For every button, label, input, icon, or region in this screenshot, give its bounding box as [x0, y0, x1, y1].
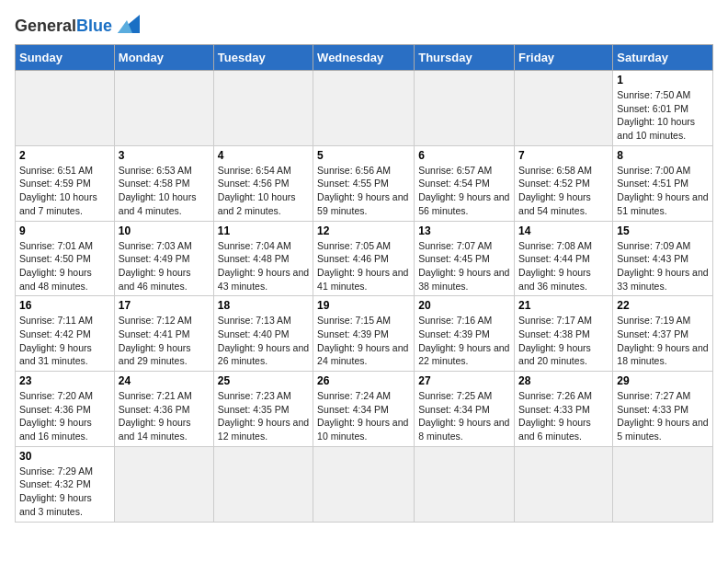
day-info: Sunrise: 7:07 AM Sunset: 4:45 PM Dayligh… [418, 239, 510, 293]
calendar-cell: 28Sunrise: 7:26 AM Sunset: 4:33 PM Dayli… [515, 372, 613, 447]
day-header-saturday: Saturday [613, 45, 713, 71]
calendar-cell: 14Sunrise: 7:08 AM Sunset: 4:44 PM Dayli… [515, 221, 613, 296]
day-number: 13 [418, 224, 510, 237]
day-info: Sunrise: 7:16 AM Sunset: 4:39 PM Dayligh… [418, 314, 510, 368]
day-number: 24 [119, 374, 210, 387]
calendar-cell: 19Sunrise: 7:15 AM Sunset: 4:39 PM Dayli… [313, 296, 415, 372]
calendar-cell: 8Sunrise: 7:00 AM Sunset: 4:51 PM Daylig… [613, 145, 713, 221]
header-row: SundayMondayTuesdayWednesdayThursdayFrid… [16, 45, 713, 71]
week-row: 9Sunrise: 7:01 AM Sunset: 4:50 PM Daylig… [16, 221, 713, 296]
day-number: 8 [617, 149, 709, 162]
calendar-cell [213, 446, 313, 522]
calendar-cell [515, 446, 613, 522]
day-info: Sunrise: 7:29 AM Sunset: 4:32 PM Dayligh… [19, 465, 110, 519]
day-info: Sunrise: 7:01 AM Sunset: 4:50 PM Dayligh… [19, 239, 110, 293]
day-number: 17 [119, 299, 210, 312]
day-info: Sunrise: 6:53 AM Sunset: 4:58 PM Dayligh… [119, 164, 210, 218]
day-number: 5 [317, 149, 410, 162]
day-info: Sunrise: 6:56 AM Sunset: 4:55 PM Dayligh… [317, 164, 410, 218]
day-number: 22 [617, 299, 709, 312]
day-info: Sunrise: 7:09 AM Sunset: 4:43 PM Dayligh… [617, 239, 709, 293]
day-number: 30 [19, 450, 110, 463]
day-header-wednesday: Wednesday [313, 45, 415, 71]
day-number: 28 [518, 374, 609, 387]
day-number: 2 [19, 149, 110, 162]
week-row: 16Sunrise: 7:11 AM Sunset: 4:42 PM Dayli… [16, 296, 713, 372]
calendar-cell [415, 71, 515, 146]
day-header-thursday: Thursday [415, 45, 515, 71]
day-info: Sunrise: 7:00 AM Sunset: 4:51 PM Dayligh… [617, 164, 709, 218]
day-number: 4 [218, 149, 309, 162]
day-info: Sunrise: 7:50 AM Sunset: 6:01 PM Dayligh… [617, 88, 709, 143]
calendar-cell [613, 446, 713, 522]
day-number: 9 [19, 224, 110, 237]
calendar-cell: 24Sunrise: 7:21 AM Sunset: 4:36 PM Dayli… [114, 372, 213, 447]
calendar-cell: 18Sunrise: 7:13 AM Sunset: 4:40 PM Dayli… [213, 296, 313, 372]
day-number: 3 [119, 149, 210, 162]
day-info: Sunrise: 7:13 AM Sunset: 4:40 PM Dayligh… [218, 314, 309, 368]
week-row: 1Sunrise: 7:50 AM Sunset: 6:01 PM Daylig… [16, 71, 713, 146]
day-number: 1 [617, 74, 709, 86]
calendar-cell: 13Sunrise: 7:07 AM Sunset: 4:45 PM Dayli… [415, 221, 515, 296]
day-number: 21 [518, 299, 609, 312]
day-info: Sunrise: 7:08 AM Sunset: 4:44 PM Dayligh… [518, 239, 609, 293]
day-number: 23 [19, 374, 110, 387]
calendar-cell: 21Sunrise: 7:17 AM Sunset: 4:38 PM Dayli… [515, 296, 613, 372]
day-number: 18 [218, 299, 309, 312]
calendar-cell: 26Sunrise: 7:24 AM Sunset: 4:34 PM Dayli… [313, 372, 415, 447]
calendar-cell [114, 446, 213, 522]
day-header-sunday: Sunday [16, 45, 115, 71]
calendar-cell: 15Sunrise: 7:09 AM Sunset: 4:43 PM Dayli… [613, 221, 713, 296]
day-info: Sunrise: 7:21 AM Sunset: 4:36 PM Dayligh… [119, 389, 210, 443]
week-row: 2Sunrise: 6:51 AM Sunset: 4:59 PM Daylig… [16, 145, 713, 221]
day-header-monday: Monday [114, 45, 213, 71]
calendar-cell: 29Sunrise: 7:27 AM Sunset: 4:33 PM Dayli… [613, 372, 713, 447]
day-number: 26 [317, 374, 410, 387]
calendar-cell: 25Sunrise: 7:23 AM Sunset: 4:35 PM Dayli… [213, 372, 313, 447]
day-info: Sunrise: 7:24 AM Sunset: 4:34 PM Dayligh… [317, 389, 410, 443]
calendar-cell [515, 71, 613, 146]
calendar-cell [415, 446, 515, 522]
logo-icon [114, 11, 140, 37]
week-row: 23Sunrise: 7:20 AM Sunset: 4:36 PM Dayli… [16, 372, 713, 447]
calendar-cell: 12Sunrise: 7:05 AM Sunset: 4:46 PM Dayli… [313, 221, 415, 296]
calendar-cell: 23Sunrise: 7:20 AM Sunset: 4:36 PM Dayli… [16, 372, 115, 447]
calendar-cell: 7Sunrise: 6:58 AM Sunset: 4:52 PM Daylig… [515, 145, 613, 221]
day-number: 10 [119, 224, 210, 237]
day-info: Sunrise: 6:58 AM Sunset: 4:52 PM Dayligh… [518, 164, 609, 218]
day-number: 29 [617, 374, 709, 387]
calendar-cell: 17Sunrise: 7:12 AM Sunset: 4:41 PM Dayli… [114, 296, 213, 372]
day-number: 12 [317, 224, 410, 237]
calendar-cell: 4Sunrise: 6:54 AM Sunset: 4:56 PM Daylig… [213, 145, 313, 221]
calendar-cell: 27Sunrise: 7:25 AM Sunset: 4:34 PM Dayli… [415, 372, 515, 447]
calendar-cell: 10Sunrise: 7:03 AM Sunset: 4:49 PM Dayli… [114, 221, 213, 296]
calendar-cell: 5Sunrise: 6:56 AM Sunset: 4:55 PM Daylig… [313, 145, 415, 221]
calendar-cell: 9Sunrise: 7:01 AM Sunset: 4:50 PM Daylig… [16, 221, 115, 296]
day-number: 19 [317, 299, 410, 312]
calendar-cell [16, 71, 115, 146]
day-number: 6 [418, 149, 510, 162]
calendar-cell [313, 446, 415, 522]
calendar-cell [114, 71, 213, 146]
day-info: Sunrise: 7:03 AM Sunset: 4:49 PM Dayligh… [119, 239, 210, 293]
calendar-cell: 20Sunrise: 7:16 AM Sunset: 4:39 PM Dayli… [415, 296, 515, 372]
calendar-cell: 30Sunrise: 7:29 AM Sunset: 4:32 PM Dayli… [16, 446, 115, 522]
day-info: Sunrise: 7:12 AM Sunset: 4:41 PM Dayligh… [119, 314, 210, 368]
calendar-cell [213, 71, 313, 146]
calendar-cell: 3Sunrise: 6:53 AM Sunset: 4:58 PM Daylig… [114, 145, 213, 221]
day-info: Sunrise: 7:11 AM Sunset: 4:42 PM Dayligh… [19, 314, 110, 368]
day-info: Sunrise: 7:05 AM Sunset: 4:46 PM Dayligh… [317, 239, 410, 293]
day-info: Sunrise: 6:51 AM Sunset: 4:59 PM Dayligh… [19, 164, 110, 218]
day-info: Sunrise: 7:23 AM Sunset: 4:35 PM Dayligh… [218, 389, 309, 443]
day-number: 20 [418, 299, 510, 312]
calendar-cell [313, 71, 415, 146]
day-info: Sunrise: 7:27 AM Sunset: 4:33 PM Dayligh… [617, 389, 709, 443]
calendar-cell: 22Sunrise: 7:19 AM Sunset: 4:37 PM Dayli… [613, 296, 713, 372]
page-header: GeneralBlue [15, 15, 713, 37]
day-header-tuesday: Tuesday [213, 45, 313, 71]
day-number: 16 [19, 299, 110, 312]
logo: GeneralBlue [15, 15, 140, 37]
day-number: 14 [518, 224, 609, 237]
calendar-table: SundayMondayTuesdayWednesdayThursdayFrid… [15, 44, 713, 523]
calendar-cell: 1Sunrise: 7:50 AM Sunset: 6:01 PM Daylig… [613, 71, 713, 146]
